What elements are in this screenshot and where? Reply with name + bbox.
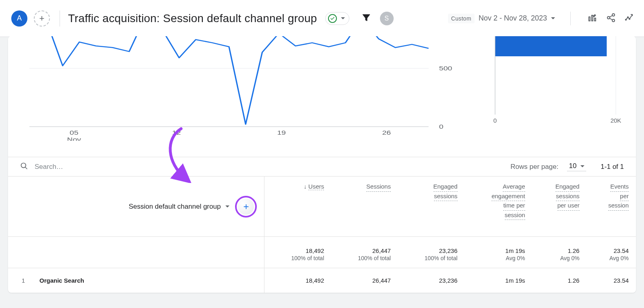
y-tick: 500 bbox=[439, 65, 452, 72]
col-header-engaged-sessions[interactable]: Engagedsessions bbox=[398, 177, 465, 237]
col-header-engaged-per-user[interactable]: Engagedsessionsper user bbox=[533, 177, 587, 237]
line-chart[interactable]: 500 0 05 Nov 12 19 26 bbox=[8, 36, 467, 157]
insights-icon[interactable] bbox=[625, 13, 634, 24]
customize-report-icon[interactable] bbox=[588, 13, 597, 24]
svg-point-7 bbox=[627, 17, 628, 18]
x-tick: 19 bbox=[277, 129, 286, 136]
report-body: 500 0 05 Nov 12 19 26 bbox=[0, 37, 644, 294]
rows-per-page-select[interactable]: 10 bbox=[567, 162, 586, 171]
sort-desc-icon: ↓ bbox=[304, 183, 307, 190]
filter-icon[interactable] bbox=[361, 13, 371, 24]
rows-per-page-label: Rows per page: bbox=[510, 163, 558, 171]
cell-engaged-per-user: 1.26 bbox=[533, 268, 587, 293]
search-input[interactable] bbox=[34, 162, 138, 171]
svg-point-5 bbox=[612, 19, 615, 22]
col-header-sessions[interactable]: Sessions bbox=[331, 177, 398, 237]
cell-sessions: 26,447 bbox=[331, 268, 398, 293]
bar bbox=[495, 36, 607, 56]
report-card: 500 0 05 Nov 12 19 26 bbox=[8, 36, 636, 293]
share-icon[interactable] bbox=[606, 13, 616, 24]
search-icon bbox=[20, 162, 28, 171]
svg-rect-1 bbox=[592, 15, 593, 21]
x-tick: 12 bbox=[172, 129, 181, 136]
page-range: 1-1 of 1 bbox=[601, 163, 624, 171]
x-tick: 26 bbox=[382, 129, 391, 136]
x-month: Nov bbox=[67, 136, 81, 141]
header-divider bbox=[60, 10, 60, 27]
add-dimension-button[interactable]: + bbox=[235, 196, 257, 218]
x-tick: 05 bbox=[70, 129, 78, 136]
col-header-users[interactable]: ↓Users bbox=[264, 177, 331, 237]
date-range-text: Nov 2 - Nov 28, 2023 bbox=[479, 14, 547, 23]
charts-row: 500 0 05 Nov 12 19 26 bbox=[8, 36, 636, 157]
svg-rect-0 bbox=[589, 17, 590, 21]
svg-point-6 bbox=[625, 19, 626, 20]
cell-events-per-session: 23.54 bbox=[587, 268, 636, 293]
header-divider bbox=[570, 12, 571, 25]
bar-x-tick: 20K bbox=[611, 117, 621, 124]
chevron-down-icon bbox=[551, 17, 555, 19]
col-header-avg-engagement-time[interactable]: Averageengagementtime persession bbox=[465, 177, 533, 237]
add-segment-button[interactable]: + bbox=[34, 10, 50, 27]
bar-x-tick: 0 bbox=[493, 117, 497, 124]
rows-per-page-value: 10 bbox=[569, 162, 576, 170]
svg-point-14 bbox=[21, 163, 26, 168]
cell-engaged: 23,236 bbox=[398, 268, 465, 293]
line-series bbox=[29, 36, 429, 124]
page-title: Traffic acquisition: Session default cha… bbox=[68, 12, 317, 25]
report-header: A + Traffic acquisition: Session default… bbox=[0, 0, 644, 37]
totals-row: 18,492100% of total 26,447100% of total … bbox=[8, 237, 636, 268]
comparison-chip[interactable]: S bbox=[380, 12, 394, 25]
cell-users: 18,492 bbox=[264, 268, 331, 293]
data-quality-badge[interactable] bbox=[325, 12, 349, 25]
row-dimension: Organic Search bbox=[32, 268, 264, 293]
check-circle-icon bbox=[328, 14, 337, 23]
svg-line-15 bbox=[25, 167, 27, 169]
table-toolbar: Rows per page: 10 1-1 of 1 bbox=[8, 157, 636, 176]
col-header-events-per-session[interactable]: Eventspersession bbox=[587, 177, 636, 237]
cell-avg-engagement: 1m 19s bbox=[465, 268, 533, 293]
chevron-down-icon bbox=[225, 205, 229, 207]
date-preset-badge: Custom bbox=[448, 14, 475, 23]
header-actions bbox=[588, 13, 634, 24]
chevron-down-icon bbox=[580, 165, 584, 167]
annotation-ring bbox=[235, 196, 257, 218]
bar-chart[interactable]: 0 20K bbox=[467, 36, 636, 157]
svg-point-3 bbox=[612, 14, 615, 16]
svg-point-4 bbox=[607, 16, 610, 19]
table-row[interactable]: 1 Organic Search 18,492 26,447 23,236 1m… bbox=[8, 268, 636, 293]
y-tick: 0 bbox=[439, 123, 444, 130]
chevron-down-icon bbox=[341, 17, 345, 19]
data-table: Session default channel group + ↓Users S… bbox=[8, 176, 636, 293]
segment-chip-all-users[interactable]: A bbox=[11, 10, 27, 27]
dimension-picker[interactable]: Session default channel group bbox=[129, 203, 221, 211]
svg-point-8 bbox=[629, 18, 630, 19]
row-index: 1 bbox=[8, 268, 32, 293]
date-range-picker[interactable]: Custom Nov 2 - Nov 28, 2023 bbox=[448, 14, 555, 23]
svg-rect-2 bbox=[594, 18, 596, 21]
